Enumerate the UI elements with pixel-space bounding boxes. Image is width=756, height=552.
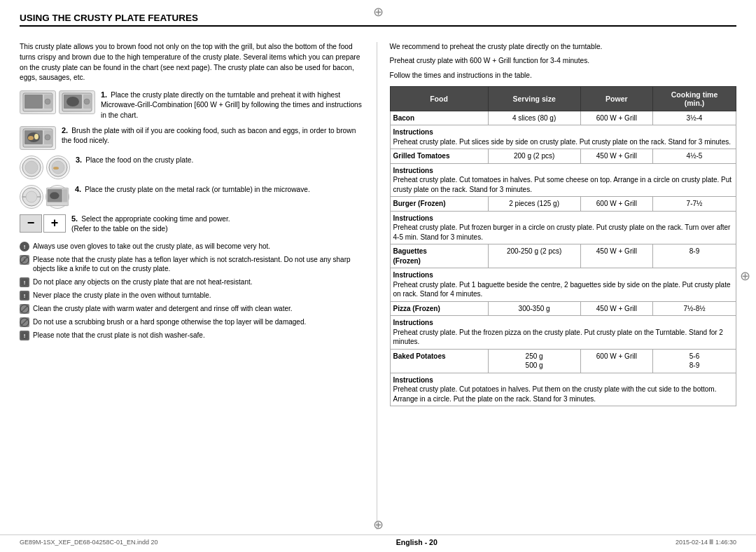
footer-center: English - 20	[396, 538, 438, 546]
table-row-baguettes-instructions: Instructions Preheat crusty plate. Put 1…	[390, 268, 736, 302]
step-4-images	[20, 185, 69, 209]
note-7: ! Please note that the crust plate is no…	[20, 331, 364, 340]
instructions-bacon: Instructions Preheat crusty plate. Put s…	[390, 125, 736, 149]
power-burger: 600 W + Grill	[580, 197, 652, 212]
svg-point-13	[34, 134, 38, 139]
time-bacon: 3½-4	[653, 111, 736, 125]
food-pizza: Pizza (Frozen)	[390, 301, 488, 316]
microwave-image-1	[20, 90, 56, 114]
instructions-tomatoes: Instructions Preheat crusty plate. Cut t…	[390, 163, 736, 197]
food-potatoes: Baked Potatoes	[390, 349, 488, 373]
note-1-text: Always use oven gloves to take out the c…	[33, 242, 270, 251]
microwave-image-3	[20, 126, 56, 150]
svg-line-39	[21, 305, 28, 312]
serving-baguettes: 200-250 g (2 pcs)	[488, 244, 580, 268]
table-row-burger: Burger (Frozen) 2 pieces (125 g) 600 W +…	[390, 197, 736, 212]
serving-tomatoes: 200 g (2 pcs)	[488, 149, 580, 164]
table-row-potatoes-instructions: Instructions Preheat crusty plate. Cut p…	[390, 373, 736, 406]
footer: GE89M-1SX_XEF_DE68-04258C-01_EN.indd 20 …	[0, 534, 756, 546]
power-bacon: 600 W + Grill	[580, 111, 652, 125]
note-2: ✗ Please note that the crusty plate has …	[20, 255, 364, 274]
step-4: 4. Place the crusty plate on the metal r…	[20, 185, 364, 209]
step-5-images: − +	[20, 214, 66, 233]
note-1: ! Always use oven gloves to take out the…	[20, 242, 364, 251]
serving-potatoes: 250 g500 g	[488, 349, 580, 373]
footer-left: GE89M-1SX_XEF_DE68-04258C-01_EN.indd 20	[20, 539, 158, 546]
step-4-number: 4.	[75, 185, 81, 193]
power-pizza: 450 W + Grill	[580, 301, 652, 316]
microwave-image-2	[59, 90, 95, 114]
svg-point-6	[66, 97, 79, 106]
page: ⊕ ⊕ USING THE CRUSTY PLATE FEATURES This…	[0, 0, 756, 552]
step-2-images	[20, 126, 56, 150]
step-1: 1. Place the crusty plate directly on th…	[20, 90, 364, 120]
svg-point-15	[45, 134, 50, 140]
table-row-baguettes: Baguettes(Frozen) 200-250 g (2 pcs) 450 …	[390, 244, 736, 268]
steps-list: 1. Place the crusty plate directly on th…	[20, 90, 364, 234]
food-bacon: Bacon	[390, 111, 488, 125]
time-potatoes: 5-68-9	[653, 349, 736, 373]
note-3: ! Do not place any objects on the crusty…	[20, 277, 364, 287]
step-1-images	[20, 90, 95, 114]
right-intro-3: Follow the times and instructions in the…	[390, 71, 736, 81]
right-intro-2: Preheat crusty plate with 600 W + Grill …	[390, 56, 736, 66]
plus-icon: +	[43, 214, 66, 233]
power-baguettes: 450 W + Grill	[580, 244, 652, 268]
step-3-content: 3. Place the food on the crusty plate.	[76, 156, 193, 165]
crosshair-right-icon: ⊕	[740, 268, 750, 284]
left-column: This crusty plate allows you to brown fo…	[20, 42, 364, 530]
warning-icon-4: !	[20, 331, 29, 340]
minus-plus-control: − +	[20, 214, 66, 233]
step-1-number: 1.	[101, 90, 107, 99]
time-baguettes: 8-9	[653, 244, 736, 268]
food-tomatoes: Grilled Tomatoes	[390, 149, 488, 164]
table-row-pizza-instructions: Instructions Preheat crusty plate. Put t…	[390, 316, 736, 350]
step-2-text: Brush the plate with oil if you are cook…	[62, 127, 356, 144]
step-1-text: Place the crusty plate directly on the t…	[101, 91, 362, 119]
step-4-content: 4. Place the crusty plate on the metal r…	[75, 185, 310, 195]
note-4: ! Never place the crusty plate in the ov…	[20, 291, 364, 301]
step-5-content: 5. Select the appropriate cooking time a…	[71, 214, 230, 235]
table-row-tomatoes-instructions: Instructions Preheat crusty plate. Cut t…	[390, 163, 736, 197]
note-5: Clean the crusty plate with warm water a…	[20, 304, 364, 314]
power-tomatoes: 450 W + Grill	[580, 149, 652, 164]
note-5-text: Clean the crusty plate with warm water a…	[33, 304, 293, 314]
svg-text:!: !	[24, 244, 26, 250]
instructions-potatoes: Instructions Preheat crusty plate. Cut p…	[390, 373, 736, 406]
step-2-number: 2.	[62, 126, 68, 134]
instructions-burger: Instructions Preheat crusty plate. Put f…	[390, 211, 736, 244]
table-row-pizza: Pizza (Frozen) 300-350 g 450 W + Grill 7…	[390, 301, 736, 316]
food-burger: Burger (Frozen)	[390, 197, 488, 212]
time-burger: 7-7½	[653, 197, 736, 212]
note-6: Do not use a scrubbing brush or a hard s…	[20, 317, 364, 327]
note-7-text: Please note that the crust plate is not …	[33, 331, 205, 340]
footer-right: 2015-02-14 Ⅲ 1:46:30	[676, 539, 736, 546]
note-2-text: Please note that the crusty plate has a …	[33, 255, 364, 274]
svg-text:!: !	[24, 280, 26, 286]
note-3-text: Do not place any objects on the crusty p…	[33, 277, 253, 287]
svg-point-12	[28, 136, 34, 140]
table-row-tomatoes: Grilled Tomatoes 200 g (2 pcs) 450 W + G…	[390, 149, 736, 164]
table-header-row: Food Serving size Power Cooking time(min…	[390, 86, 736, 111]
header-serving: Serving size	[488, 86, 580, 111]
no-icon-1: ✗	[20, 255, 29, 265]
svg-point-8	[84, 99, 90, 104]
no-icon-2	[20, 304, 29, 314]
time-pizza: 7½-8½	[653, 301, 736, 316]
time-tomatoes: 4½-5	[653, 149, 736, 164]
minus-icon: −	[20, 214, 42, 233]
plate-image-1	[20, 156, 43, 179]
svg-point-24	[26, 191, 37, 202]
note-6-text: Do not use a scrubbing brush or a hard s…	[33, 317, 306, 327]
step-1-content: 1. Place the crusty plate directly on th…	[101, 90, 364, 120]
crosshair-bottom-icon: ⊕	[373, 517, 384, 532]
step-5-number: 5.	[71, 214, 78, 223]
svg-text:!: !	[24, 333, 26, 339]
svg-line-41	[21, 319, 28, 326]
column-divider	[377, 42, 377, 530]
table-row-potatoes: Baked Potatoes 250 g500 g 600 W + Grill …	[390, 349, 736, 373]
step-5: − + 5. Select the appropriate cooking ti…	[20, 214, 364, 235]
plate-rack-image	[20, 185, 43, 209]
header-time: Cooking time(min.)	[653, 86, 736, 111]
table-row-burger-instructions: Instructions Preheat crusty plate. Put f…	[390, 211, 736, 244]
